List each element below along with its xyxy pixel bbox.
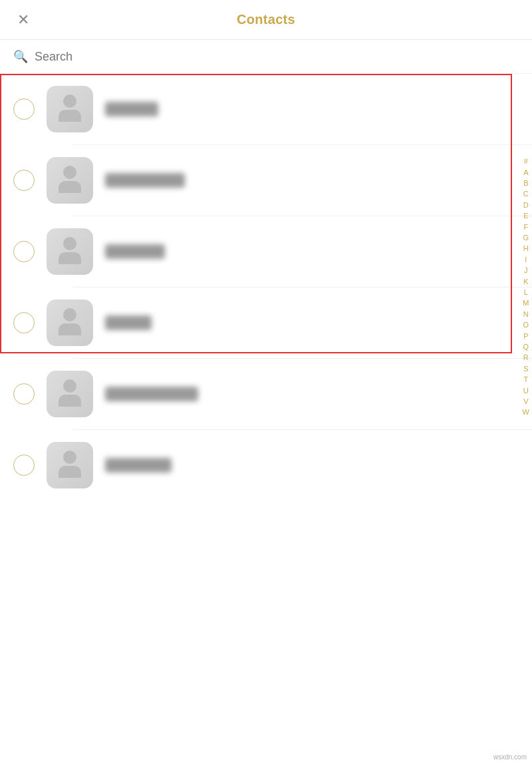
contact-name (105, 102, 158, 116)
header: ✕ Contacts (0, 0, 532, 40)
contact-info (105, 387, 519, 401)
contact-info (105, 315, 519, 330)
avatar (47, 442, 93, 488)
avatar-placeholder (47, 228, 93, 275)
search-icon: 🔍 (13, 49, 28, 64)
alpha-index-h[interactable]: H (522, 244, 530, 254)
alpha-index-t[interactable]: T (522, 375, 529, 385)
alpha-index-u[interactable]: U (522, 386, 530, 396)
avatar-placeholder (47, 442, 93, 488)
page-title: Contacts (237, 12, 295, 27)
alpha-index-w[interactable]: W (521, 407, 531, 417)
contact-name (105, 458, 172, 473)
list-item (0, 216, 532, 287)
avatar-placeholder (47, 86, 93, 132)
close-button[interactable]: ✕ (15, 10, 32, 30)
person-icon (55, 237, 84, 266)
alpha-index-c[interactable]: C (522, 189, 530, 199)
person-icon (55, 379, 84, 409)
alpha-index-e[interactable]: E (522, 211, 529, 221)
contact-radio-4[interactable] (13, 312, 35, 333)
alpha-index-n[interactable]: N (522, 309, 530, 319)
search-bar: 🔍 (0, 40, 532, 74)
alpha-index-d[interactable]: D (522, 200, 530, 210)
alpha-index-l[interactable]: L (523, 287, 529, 297)
alpha-index-hash[interactable]: # (523, 156, 529, 166)
alpha-index-o[interactable]: O (522, 320, 531, 330)
contact-name (105, 315, 152, 330)
list-item (0, 359, 532, 429)
person-icon (55, 95, 84, 124)
watermark: wsxdn.com (493, 753, 527, 761)
contact-radio-1[interactable] (13, 98, 35, 120)
list-item (0, 287, 532, 358)
alpha-index-v[interactable]: V (522, 397, 529, 407)
contact-radio-5[interactable] (13, 383, 35, 405)
contact-info (105, 244, 519, 259)
alpha-index-s[interactable]: S (522, 364, 529, 374)
contact-radio-6[interactable] (13, 455, 35, 476)
contact-name (105, 244, 165, 259)
avatar-placeholder (47, 157, 93, 204)
alpha-index-b[interactable]: B (522, 178, 529, 188)
contact-info (105, 458, 519, 473)
alpha-index-j[interactable]: J (523, 266, 529, 276)
list-item (0, 145, 532, 216)
alpha-index-a[interactable]: A (522, 168, 529, 178)
alpha-index-i[interactable]: I (523, 255, 528, 265)
alpha-index-k[interactable]: K (522, 277, 529, 287)
contact-info (105, 173, 519, 188)
search-input[interactable] (35, 50, 519, 64)
alpha-index-m[interactable]: M (521, 298, 530, 308)
avatar (47, 157, 93, 204)
avatar-placeholder (47, 371, 93, 417)
alpha-index-p[interactable]: P (522, 331, 529, 341)
alpha-index-r[interactable]: R (522, 353, 530, 363)
person-icon (55, 451, 84, 480)
contact-radio-3[interactable] (13, 241, 35, 262)
list-item (0, 74, 532, 144)
alpha-index-q[interactable]: Q (522, 342, 531, 352)
avatar (47, 371, 93, 417)
contacts-list: # A B C D E F G H I J K L M N O P Q R S … (0, 74, 532, 500)
contact-info (105, 102, 519, 116)
alpha-index-f[interactable]: F (522, 222, 529, 232)
contact-name (105, 387, 198, 401)
contact-radio-2[interactable] (13, 170, 35, 191)
avatar (47, 86, 93, 132)
alpha-index-g[interactable]: G (522, 233, 531, 243)
person-icon (55, 166, 84, 195)
contact-name (105, 173, 185, 188)
avatar-placeholder (47, 299, 93, 346)
avatar (47, 228, 93, 275)
alpha-index: # A B C D E F G H I J K L M N O P Q R S … (521, 74, 531, 500)
avatar (47, 299, 93, 346)
list-item (0, 430, 532, 500)
person-icon (55, 308, 84, 337)
